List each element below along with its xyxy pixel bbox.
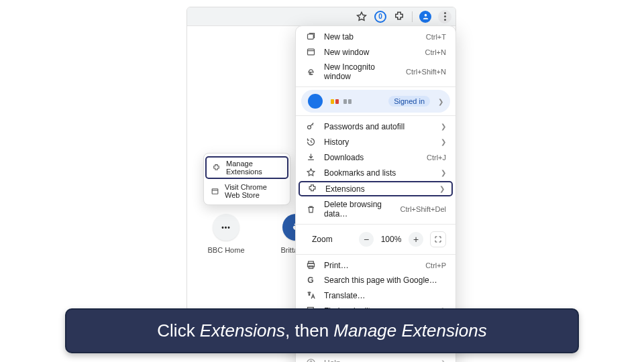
download-icon [305, 152, 316, 162]
chevron-right-icon: ❯ [438, 98, 443, 105]
menu-item-search-page[interactable]: G Search this page with Google… [296, 273, 455, 288]
google-icon: G [305, 276, 316, 285]
menu-item-chrome-web-store[interactable]: Visit Chrome Web Store [204, 180, 290, 202]
menu-item-shortcut: Ctrl+T [426, 33, 446, 41]
star-icon [305, 168, 316, 178]
new-tab-icon [305, 32, 316, 42]
account-status: Signed in [388, 96, 430, 107]
menu-item-zoom: Zoom − 100% + [296, 227, 455, 251]
menu-item-help[interactable]: Help ❯ [296, 355, 455, 362]
caption-text: Click [157, 320, 200, 341]
menu-item-print[interactable]: Print… Ctrl+P [296, 257, 455, 273]
profile-avatar[interactable] [419, 11, 431, 23]
menu-item-extensions[interactable]: Extensions ❯ [299, 181, 453, 196]
chevron-right-icon: ❯ [441, 138, 446, 145]
shortcut-label: BBC Home [207, 246, 244, 254]
menu-item-shortcut: Ctrl+N [425, 48, 446, 56]
extensions-icon[interactable] [393, 11, 405, 23]
menu-item-delete-browsing-data[interactable]: Delete browsing data… Ctrl+Shift+Del [296, 197, 455, 221]
menu-item-label: Manage Extensions [226, 160, 282, 176]
menu-separator [296, 224, 455, 225]
history-icon [305, 137, 316, 147]
menu-item-label: Delete browsing data… [324, 200, 392, 219]
menu-item-account[interactable]: Signed in ❯ [301, 90, 450, 113]
incognito-icon [305, 67, 316, 77]
menu-item-history[interactable]: History ❯ [296, 134, 455, 149]
svg-rect-1 [212, 188, 218, 194]
toolbar-divider [412, 11, 413, 22]
chevron-right-icon: ❯ [441, 123, 446, 130]
menu-item-label: New window [324, 48, 417, 57]
svg-point-6 [307, 125, 311, 129]
puzzle-icon [307, 184, 317, 194]
svg-rect-4 [307, 49, 314, 55]
menu-item-label: Extensions [325, 184, 431, 194]
menu-item-label: History [324, 137, 433, 147]
menu-item-label: New Incognito window [324, 62, 398, 81]
instruction-caption: Click Extensions, then Manage Extensions [65, 308, 579, 353]
menu-item-new-window[interactable]: New window Ctrl+N [296, 44, 455, 60]
menu-item-label: Passwords and autofill [324, 122, 433, 131]
menu-item-bookmarks[interactable]: Bookmarks and lists ❯ [296, 165, 455, 180]
menu-separator [296, 115, 455, 116]
caption-text: , then [285, 320, 333, 341]
menu-item-label: Search this page with Google… [324, 276, 446, 285]
webstore-icon [211, 187, 219, 196]
caption-em-2: Manage Extensions [333, 320, 486, 341]
menu-separator [296, 86, 455, 87]
print-icon [305, 260, 316, 270]
menu-item-translate[interactable]: Translate… [296, 288, 455, 303]
account-avatar [308, 94, 323, 109]
menu-item-new-tab[interactable]: New tab Ctrl+T [296, 29, 455, 44]
help-icon [305, 358, 316, 362]
menu-item-manage-extensions[interactable]: Manage Extensions [205, 156, 288, 179]
extensions-submenu: Manage Extensions Visit Chrome Web Store [203, 153, 290, 205]
translate-icon [305, 290, 316, 300]
menu-item-label: New tab [324, 32, 418, 42]
menu-item-label: Bookmarks and lists [324, 168, 433, 178]
new-window-icon [305, 47, 316, 57]
menu-item-label: Downloads [324, 153, 419, 162]
puzzle-icon [212, 164, 221, 172]
svg-rect-3 [307, 34, 313, 40]
chevron-right-icon: ❯ [439, 185, 445, 192]
menu-separator [296, 254, 455, 255]
menu-item-label: Help [324, 359, 433, 363]
menu-item-label: Print… [324, 261, 417, 270]
chevron-right-icon: ❯ [441, 169, 446, 176]
menu-item-label: Visit Chrome Web Store [225, 183, 283, 199]
caption-em-1: Extensions [200, 320, 285, 341]
zoom-out-button[interactable]: − [359, 232, 374, 247]
more-icon[interactable] [438, 10, 451, 23]
menu-item-shortcut: Ctrl+J [427, 154, 446, 162]
zoom-in-button[interactable]: + [409, 232, 423, 247]
menu-item-shortcut: Ctrl+Shift+N [406, 68, 446, 76]
account-name-redacted [331, 99, 352, 104]
zoom-value: 100% [380, 235, 402, 244]
menu-item-downloads[interactable]: Downloads Ctrl+J [296, 149, 455, 165]
menu-item-shortcut: Ctrl+P [425, 261, 446, 269]
trash-icon [305, 204, 316, 215]
onepassword-icon[interactable]: 0 [374, 11, 386, 23]
key-icon [305, 121, 316, 131]
menu-item-incognito[interactable]: New Incognito window Ctrl+Shift+N [296, 60, 455, 84]
menu-item-label: Translate… [324, 291, 446, 300]
chevron-right-icon: ❯ [441, 359, 446, 362]
browser-toolbar: 0 [187, 7, 455, 26]
menu-item-shortcut: Ctrl+Shift+Del [400, 205, 446, 213]
shortcut-bbc[interactable]: ••• BBC Home [207, 214, 245, 254]
star-icon[interactable] [356, 11, 368, 23]
fullscreen-button[interactable] [430, 231, 446, 247]
menu-item-passwords[interactable]: Passwords and autofill ❯ [296, 119, 455, 134]
zoom-label: Zoom [312, 235, 352, 244]
